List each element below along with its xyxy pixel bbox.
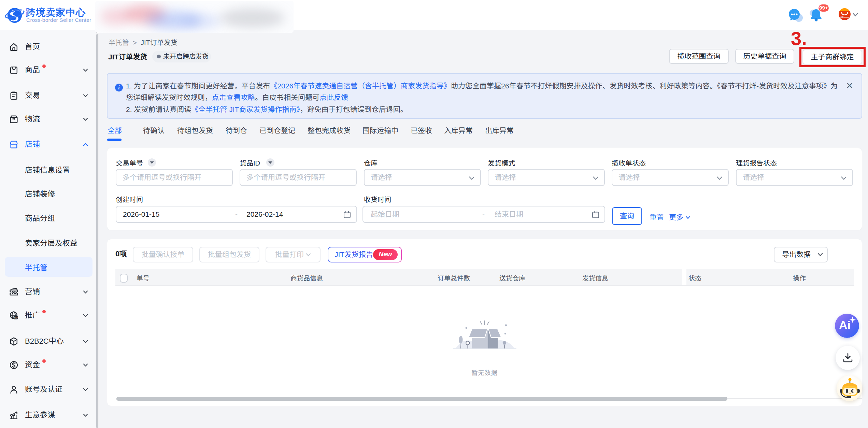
svg-text:AD: AD (14, 316, 17, 319)
svg-text:AliExpress: AliExpress (840, 16, 849, 18)
